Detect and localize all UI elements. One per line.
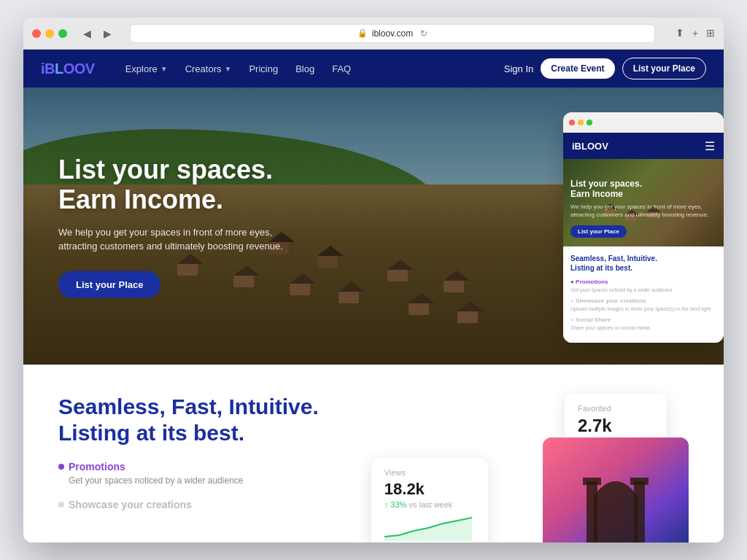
browser-window: ◀ ▶ 🔒 ibloov.com ↻ ⬆ ＋ ⊞ iBLOOV Explore … bbox=[23, 18, 724, 542]
list-place-nav-button[interactable]: List your Place bbox=[622, 58, 706, 79]
svg-rect-6 bbox=[630, 478, 649, 485]
views-change: ↑ 33% vs last week bbox=[384, 500, 475, 509]
mobile-social-desc: Share your spaces on social media bbox=[570, 324, 716, 331]
mobile-showcase-desc: Upload multiple images to show your spac… bbox=[570, 306, 716, 312]
svg-rect-5 bbox=[583, 478, 601, 485]
favorited-value: 2.7k bbox=[578, 416, 654, 436]
browser-toolbar: ◀ ▶ 🔒 ibloov.com ↻ ⬆ ＋ ⊞ bbox=[23, 18, 724, 50]
mobile-preview-window: iBLOOV ☰ List your spaces.Earn Income bbox=[563, 112, 724, 343]
nav-links: Explore ▼ Creators ▼ Pricing Blog FAQ bbox=[118, 59, 504, 79]
hero-title: List your spaces.Earn Income. bbox=[58, 155, 292, 215]
mobile-social-label: ● Social Share bbox=[570, 316, 716, 323]
maximize-button[interactable] bbox=[58, 29, 67, 38]
mobile-social-feature: ● Social Share Share your spaces on soci… bbox=[570, 316, 716, 331]
sign-in-button[interactable]: Sign In bbox=[504, 63, 533, 74]
mobile-cta-button[interactable]: List your Place bbox=[570, 225, 627, 238]
views-label: Views bbox=[384, 468, 475, 477]
tabs-icon[interactable]: ⊞ bbox=[706, 27, 715, 40]
address-bar[interactable]: 🔒 ibloov.com ↻ bbox=[130, 24, 655, 43]
mobile-below-fold: Seamless, Fast, Intuitive.Listing at its… bbox=[563, 246, 724, 343]
mobile-showcase-feature: ● Showcase your creations Upload multipl… bbox=[570, 298, 716, 312]
create-event-button[interactable]: Create Event bbox=[541, 58, 614, 79]
hero-subtitle: We help you get your spaces in front of … bbox=[58, 225, 292, 253]
browser-nav: ◀ ▶ bbox=[79, 26, 115, 42]
mobile-hero-subtitle: We help you get your spaces in front of … bbox=[570, 203, 716, 219]
mobile-promotions-desc: Get your spaces noticed by a wider audie… bbox=[570, 287, 716, 293]
promotions-desc: Get your spaces noticed by a wider audie… bbox=[58, 475, 342, 486]
svg-marker-0 bbox=[384, 518, 472, 541]
showcase-label: Showcase your creations bbox=[58, 499, 342, 510]
mobile-showcase-label: ● Showcase your creations bbox=[570, 298, 716, 304]
mobile-section-title: Seamless, Fast, Intuitive.Listing at its… bbox=[570, 254, 716, 273]
traffic-lights bbox=[32, 29, 67, 38]
mobile-close-button[interactable] bbox=[569, 120, 575, 125]
explore-nav-item[interactable]: Explore ▼ bbox=[118, 59, 175, 79]
pricing-nav-item[interactable]: Pricing bbox=[241, 59, 285, 79]
mobile-hero-title: List your spaces.Earn Income bbox=[570, 179, 716, 200]
back-button[interactable]: ◀ bbox=[79, 26, 95, 42]
url-text: ibloov.com bbox=[372, 28, 413, 39]
svg-rect-2 bbox=[594, 496, 638, 542]
svg-rect-4 bbox=[634, 481, 645, 542]
mobile-hero-content: List your spaces.Earn Income We help you… bbox=[570, 179, 716, 238]
site-logo[interactable]: iBLOOV bbox=[41, 61, 95, 77]
showcase-dot bbox=[58, 502, 64, 508]
promotions-label: Promotions bbox=[58, 461, 342, 472]
hamburger-menu-icon[interactable]: ☰ bbox=[705, 139, 715, 153]
mobile-logo: iBLOOV bbox=[572, 141, 608, 152]
mobile-hero-section: List your spaces.Earn Income We help you… bbox=[563, 159, 724, 246]
svg-rect-3 bbox=[587, 481, 597, 542]
promotions-dot bbox=[58, 464, 64, 470]
browser-actions: ⬆ ＋ ⊞ bbox=[676, 27, 715, 40]
blog-nav-item[interactable]: Blog bbox=[288, 59, 322, 79]
explore-chevron-icon: ▼ bbox=[160, 65, 168, 73]
mobile-promotions-label: ● Promotions bbox=[570, 279, 716, 285]
mobile-promotions-feature: ● Promotions Get your spaces noticed by … bbox=[570, 279, 716, 293]
share-icon[interactable]: ⬆ bbox=[676, 27, 684, 40]
creators-chevron-icon: ▼ bbox=[225, 65, 232, 73]
add-tab-icon[interactable]: ＋ bbox=[690, 27, 700, 40]
faq-nav-item[interactable]: FAQ bbox=[325, 59, 358, 79]
reload-icon: ↻ bbox=[420, 28, 427, 39]
section-title: Seamless, Fast, Intuitive.Listing at its… bbox=[58, 394, 342, 446]
hero-cta-button[interactable]: List your Place bbox=[58, 271, 160, 298]
mobile-maximize-button[interactable] bbox=[587, 120, 592, 125]
gateway-image bbox=[543, 438, 689, 542]
views-stats-card: Views 18.2k ↑ 33% vs last week bbox=[371, 458, 488, 542]
minimize-button[interactable] bbox=[45, 29, 54, 38]
hero-content: List your spaces.Earn Income. We help yo… bbox=[58, 155, 292, 298]
mobile-site-nav: iBLOOV ☰ bbox=[563, 133, 724, 159]
promotions-feature: Promotions Get your spaces noticed by a … bbox=[58, 461, 342, 486]
mobile-minimize-button[interactable] bbox=[578, 120, 584, 125]
forward-button[interactable]: ▶ bbox=[99, 26, 115, 42]
gateway-silhouette bbox=[543, 438, 689, 542]
showcase-feature: Showcase your creations bbox=[58, 499, 342, 510]
below-fold-left: Seamless, Fast, Intuitive.Listing at its… bbox=[58, 394, 342, 524]
lock-icon: 🔒 bbox=[357, 28, 368, 38]
views-value: 18.2k bbox=[384, 480, 475, 499]
site-navigation: iBLOOV Explore ▼ Creators ▼ Pricing Blog bbox=[23, 50, 724, 88]
mobile-browser-toolbar bbox=[563, 112, 724, 133]
nav-right-actions: Sign In Create Event List your Place bbox=[504, 58, 706, 79]
below-fold-right: Favorited 2.7k ↑ 61% vs last we Views 18… bbox=[371, 394, 689, 542]
favorited-label: Favorited bbox=[578, 404, 654, 413]
mini-chart bbox=[384, 515, 475, 542]
below-fold-section: Seamless, Fast, Intuitive.Listing at its… bbox=[23, 365, 724, 542]
close-button[interactable] bbox=[32, 29, 41, 38]
creators-nav-item[interactable]: Creators ▼ bbox=[178, 59, 239, 79]
